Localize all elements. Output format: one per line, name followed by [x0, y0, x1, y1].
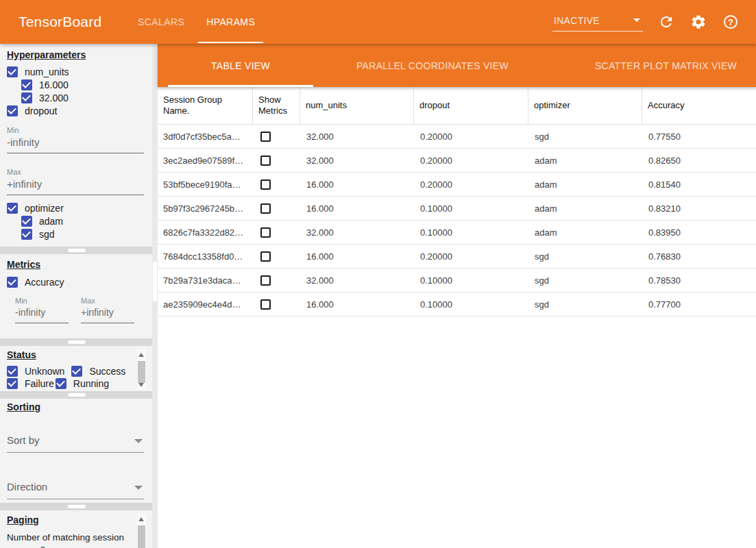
hparam-value-row: 32.000 [21, 92, 152, 104]
sidebar-scrollbar-thumb[interactable] [153, 262, 157, 301]
dropout-checkbox[interactable] [7, 105, 18, 116]
status-running-checkbox[interactable] [56, 378, 66, 389]
dropout-cell: 0.20000 [413, 251, 528, 262]
paging-pane: Paging Number of matching session groups… [0, 510, 152, 548]
scroll-up-icon[interactable] [138, 517, 144, 521]
metrics-heading: Metrics [7, 259, 152, 270]
app-title: TensorBoard [19, 14, 101, 30]
hyperparameters-heading: Hyperparameters [7, 49, 152, 60]
settings-button[interactable] [690, 13, 707, 31]
num-units-checkbox[interactable] [7, 66, 18, 77]
optimizer-adam-checkbox[interactable] [21, 216, 32, 227]
accuracy-cell: 0.83210 [642, 203, 756, 214]
accuracy-min-input[interactable]: -infinity [15, 305, 69, 323]
pane-resize-handle[interactable] [68, 505, 86, 508]
table-row: 53bf5bece9190fa… 16.000 0.20000 adam 0.8… [158, 173, 756, 197]
tab-hparams[interactable]: HPARAMS [195, 0, 266, 44]
optimizer-checkbox[interactable] [7, 203, 18, 214]
status-select[interactable]: INACTIVE [552, 12, 643, 32]
session-group-name: 7684dcc13358fd0… [158, 251, 252, 262]
metrics-pane: Metrics Accuracy Min -infinity Max +infi… [0, 254, 152, 338]
status-select-value: INACTIVE [554, 15, 600, 26]
hparam-optimizer-row: optimizer [7, 202, 152, 214]
status-failure-label: Failure [25, 378, 54, 389]
help-icon: ? [724, 15, 737, 29]
tab-table-view[interactable]: TABLE VIEW [168, 44, 313, 87]
num-units-cell: 16.000 [300, 179, 413, 190]
sort-by-select[interactable]: Sort by [7, 434, 144, 453]
hparam-num-units-row: num_units [7, 66, 152, 78]
accuracy-min-label: Min [15, 297, 69, 305]
num-units-label: num_units [25, 66, 69, 77]
hparam-value-row: adam [21, 215, 152, 227]
num-units-32-checkbox[interactable] [21, 92, 32, 103]
dropout-cell: 0.20000 [413, 132, 528, 142]
session-group-name: 5b97f3c2967245b… [158, 203, 252, 214]
sorting-pane: Sorting Sort by Direction [0, 399, 152, 503]
status-failure-checkbox[interactable] [7, 378, 18, 389]
status-heading: Status [7, 349, 152, 360]
accuracy-max-input[interactable]: +infinity [81, 305, 134, 323]
optimizer-cell: adam [528, 179, 642, 190]
accuracy-range-fields: Min -infinity Max +infinity [15, 297, 152, 323]
show-metrics-checkbox[interactable] [260, 132, 271, 142]
dropout-max-input[interactable]: +infinity [7, 176, 144, 195]
scroll-up-icon[interactable] [138, 353, 144, 357]
accuracy-checkbox[interactable] [7, 277, 18, 288]
show-metrics-checkbox[interactable] [260, 203, 271, 214]
status-pane: Status Unknown Success Failure [0, 346, 152, 391]
tab-scatter-plot-matrix-view[interactable]: SCATTER PLOT MATRIX VIEW [552, 44, 756, 87]
status-failure-item: Failure [7, 378, 61, 389]
table-row: 6826c7fa3322d82… 32.000 0.10000 adam 0.8… [158, 221, 756, 245]
refresh-button[interactable] [657, 13, 675, 31]
session-group-name: 3df0d7cf35bec5a… [158, 132, 252, 142]
show-metrics-checkbox[interactable] [260, 227, 271, 238]
dropout-min-input[interactable]: -infinity [7, 134, 144, 153]
show-metrics-checkbox[interactable] [260, 275, 271, 286]
show-metrics-cell [252, 251, 300, 262]
hparams-main-view: TABLE VIEW PARALLEL COORDINATES VIEW SCA… [158, 44, 756, 548]
chevron-down-icon [134, 439, 143, 443]
optimizer-cell: sgd [528, 251, 642, 262]
dropout-cell: 0.10000 [413, 299, 528, 310]
show-metrics-cell [252, 299, 300, 310]
pane-resize-handle[interactable] [68, 393, 86, 397]
show-metrics-cell [252, 179, 300, 190]
num-units-16-checkbox[interactable] [21, 79, 32, 90]
optimizer-sgd-checkbox[interactable] [21, 229, 32, 240]
dropout-label: dropout [25, 105, 57, 116]
scroll-down-icon[interactable] [138, 383, 144, 387]
show-metrics-checkbox[interactable] [260, 155, 271, 166]
dropout-cell: 0.10000 [413, 275, 528, 286]
status-success-label: Success [89, 366, 125, 377]
status-running-label: Running [73, 378, 109, 389]
status-success-checkbox[interactable] [71, 366, 82, 377]
sort-by-value: Sort by [7, 434, 40, 446]
paging-scrollbar[interactable] [137, 514, 146, 548]
status-unknown-checkbox[interactable] [7, 366, 18, 377]
show-metrics-checkbox[interactable] [260, 251, 271, 262]
pane-resize-handle[interactable] [68, 249, 86, 252]
tab-parallel-coordinates-view[interactable]: PARALLEL COORDINATES VIEW [313, 44, 552, 87]
paging-scrollbar-thumb[interactable] [138, 525, 145, 548]
show-metrics-checkbox[interactable] [260, 179, 271, 190]
sidebar-scrollbar[interactable] [152, 44, 158, 548]
show-metrics-checkbox[interactable] [260, 299, 271, 310]
session-group-name: 7b29a731e3daca… [158, 275, 252, 286]
show-metrics-cell [252, 275, 300, 286]
status-scrollbar[interactable] [137, 349, 146, 390]
header-dropout: dropout [413, 87, 528, 124]
top-app-bar: TensorBoard SCALARS HPARAMS INACTIVE ? [0, 0, 756, 44]
session-group-name: 3ec2aed9e07589f… [158, 155, 252, 166]
status-scrollbar-thumb[interactable] [138, 361, 145, 383]
table-row: 3ec2aed9e07589f… 32.000 0.20000 adam 0.8… [158, 149, 756, 173]
direction-select[interactable]: Direction [7, 481, 144, 499]
tab-scalars[interactable]: SCALARS [127, 0, 195, 44]
status-checkbox-grid: Unknown Success Failure Running [7, 365, 152, 390]
header-num-units: num_units [300, 87, 413, 124]
pane-resize-handle[interactable] [68, 340, 86, 344]
num-units-cell: 32.000 [300, 155, 413, 166]
table-row: 3df0d7cf35bec5a… 32.000 0.20000 sgd 0.77… [158, 125, 756, 149]
optimizer-cell: sgd [528, 299, 642, 310]
help-button[interactable]: ? [722, 13, 740, 31]
